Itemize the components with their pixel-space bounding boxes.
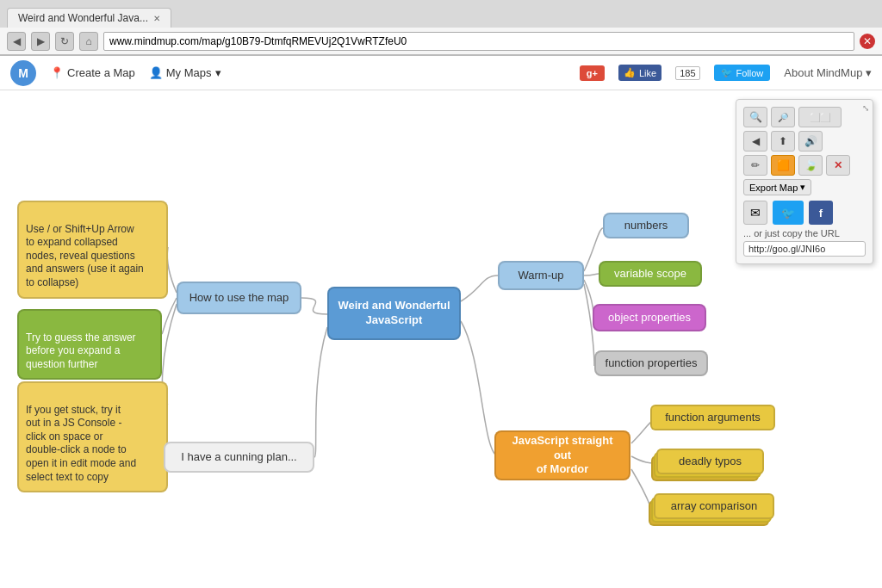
- zoom-in-button[interactable]: 🔍: [743, 107, 767, 127]
- object-properties-node[interactable]: object properties: [593, 304, 706, 331]
- reload-button[interactable]: ↻: [55, 32, 74, 51]
- short-url-display[interactable]: http://goo.gl/JNI6o: [743, 241, 866, 257]
- js-mordor-node[interactable]: JavaScript straight out of Mordor: [494, 430, 630, 480]
- twitter-icon: 🐦: [721, 67, 733, 78]
- browser-chrome: Weird and Wonderful Java... ✕ ◀ ▶ ↻ ⌂ ✕: [0, 0, 882, 56]
- create-map-link[interactable]: 📍 Create a Map: [50, 66, 135, 79]
- central-node[interactable]: Weird and Wonderful JavaScript: [327, 287, 461, 340]
- how-to-use-node[interactable]: How to use the map: [177, 282, 301, 314]
- delete-button[interactable]: ✕: [826, 155, 850, 176]
- thumbs-up-icon: 👍: [624, 67, 636, 78]
- audio-button[interactable]: 🔊: [798, 131, 823, 152]
- app-logo[interactable]: M: [10, 60, 36, 86]
- toolbar-row-export: Export Map ▾: [743, 179, 866, 195]
- function-properties-node[interactable]: function properties: [594, 350, 708, 376]
- twitter-share-button[interactable]: 🐦: [773, 201, 804, 225]
- like-button[interactable]: 👍 Like: [618, 65, 662, 81]
- leaf-button[interactable]: 🍃: [798, 155, 823, 176]
- cunning-plan-node[interactable]: I have a cunning plan...: [164, 442, 314, 473]
- tab-title: Weird and Wonderful Java...: [18, 12, 148, 24]
- toolbar-row-3: ✏ 🟧 🍃 ✕: [743, 155, 866, 176]
- upload-button[interactable]: ⬆: [771, 131, 795, 152]
- about-link[interactable]: About MindMup ▾: [784, 66, 872, 79]
- like-count: 185: [675, 66, 699, 80]
- tab-bar: Weird and Wonderful Java... ✕: [0, 0, 882, 28]
- color-button[interactable]: 🟧: [771, 155, 795, 176]
- minimize-icon[interactable]: ⤡: [862, 103, 869, 113]
- pin-icon: 📍: [50, 66, 64, 79]
- logo-text: M: [18, 66, 28, 80]
- home-button[interactable]: ⌂: [79, 32, 98, 51]
- numbers-node[interactable]: numbers: [603, 213, 689, 238]
- browser-tab[interactable]: Weird and Wonderful Java... ✕: [7, 8, 171, 28]
- copy-url-label: ... or just copy the URL: [743, 228, 866, 238]
- my-maps-arrow: ▾: [215, 66, 221, 79]
- tip1-node[interactable]: Use / or Shift+Up Arrow to expand collap…: [17, 201, 168, 299]
- toolbar-row-1: 🔍 🔎 ⬜⬜: [743, 107, 866, 127]
- deadly-typos-node[interactable]: deadly typos: [656, 449, 764, 474]
- export-button[interactable]: Export Map ▾: [743, 179, 811, 195]
- tip2-node[interactable]: Try to guess the answer before you expan…: [17, 309, 162, 380]
- my-maps-link[interactable]: 👤 My Maps ▾: [149, 66, 221, 79]
- toolbar-row-2: ◀ ⬆ 🔊: [743, 131, 866, 152]
- twitter-follow-button[interactable]: 🐦 Follow: [714, 65, 771, 81]
- address-bar: ◀ ▶ ↻ ⌂ ✕: [0, 28, 882, 55]
- map-area[interactable]: Use / or Shift+Up Arrow to expand collap…: [0, 90, 882, 588]
- forward-button[interactable]: ▶: [31, 32, 50, 51]
- back-button[interactable]: ◀: [7, 32, 26, 51]
- email-share-button[interactable]: ✉: [743, 201, 767, 225]
- warm-up-node[interactable]: Warm-up: [498, 261, 584, 290]
- zoom-out-button[interactable]: 🔎: [771, 107, 795, 127]
- toolbar-panel: ⤡ 🔍 🔎 ⬜⬜ ◀ ⬆ 🔊 ✏ 🟧 🍃 ✕ Export Map ▾ ✉ 🐦 …: [736, 99, 873, 264]
- variable-scope-node[interactable]: variable scope: [599, 261, 702, 287]
- share-row: ✉ 🐦 f: [743, 201, 866, 225]
- pencil-button[interactable]: ✏: [743, 155, 767, 176]
- fit-button[interactable]: ⬜⬜: [798, 107, 842, 127]
- google-plus-button[interactable]: g+: [580, 65, 605, 81]
- back-map-button[interactable]: ◀: [743, 131, 767, 152]
- url-input[interactable]: [103, 32, 854, 51]
- tip3-node[interactable]: If you get stuck, try it out in a JS Con…: [17, 381, 168, 492]
- tab-close-icon[interactable]: ✕: [153, 14, 160, 23]
- array-comparison-node[interactable]: array comparison: [654, 493, 774, 519]
- stop-button[interactable]: ✕: [860, 34, 875, 49]
- facebook-share-button[interactable]: f: [809, 201, 833, 225]
- person-icon: 👤: [149, 66, 163, 79]
- app-nav: M 📍 Create a Map 👤 My Maps ▾ g+ 👍 Like 1…: [0, 56, 882, 90]
- function-arguments-node[interactable]: function arguments: [650, 405, 775, 430]
